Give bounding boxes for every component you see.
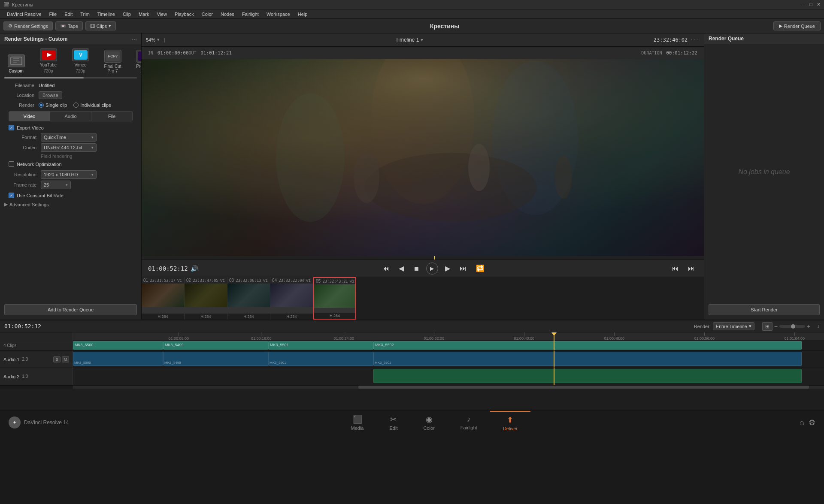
clip-item-1[interactable]: 01 23:31:53:17 V1 H.264	[142, 277, 185, 320]
step-forward-button[interactable]: ▶	[442, 263, 453, 273]
skip-to-end-button[interactable]: ⏭	[457, 264, 469, 273]
video-segment-2: MK3_5499	[163, 341, 268, 350]
render-settings-button[interactable]: ⚙ Render Settings	[3, 21, 53, 30]
clip-item-3[interactable]: 03 23:32:06:13 V1 H.264	[227, 277, 270, 320]
audio-tab[interactable]: Audio	[50, 112, 91, 121]
clip-4-thumb	[270, 284, 313, 314]
scrubber-bar[interactable]	[142, 256, 704, 260]
codec-select[interactable]: DNxHR 444 12-bit ▾	[41, 143, 97, 152]
menu-item-nodes[interactable]: Nodes	[217, 11, 238, 18]
resolution-select[interactable]: 1920 x 1080 HD ▾	[41, 170, 97, 179]
constant-bitrate-row: Use Constant Bit Rate	[9, 193, 137, 198]
custom-label: Custom	[9, 69, 23, 73]
timecode-menu-btn[interactable]: ···	[690, 37, 700, 43]
resolution-label: Resolution	[9, 172, 41, 177]
timeline-dropdown-arrow[interactable]: ▾	[421, 37, 423, 43]
center-area: 54% ▾ | Timeline 1 ▾ 23:32:46:02 ··· IN …	[142, 33, 704, 320]
export-video-checkbox[interactable]	[9, 125, 14, 130]
stop-button[interactable]: ⏹	[411, 264, 422, 273]
home-button[interactable]: ⌂	[800, 418, 804, 427]
menu-item-clip[interactable]: Clip	[119, 11, 134, 18]
menu-bar: DaVinci ResolveFileEditTrimTimelineClipM…	[0, 9, 824, 19]
constant-bitrate-label: Use Constant Bit Rate	[17, 193, 64, 198]
network-opt-checkbox[interactable]	[9, 161, 14, 167]
format-row: Format QuickTime ▾	[9, 133, 137, 142]
loop-button[interactable]: 🔁	[473, 263, 487, 273]
timeline-scrollbar[interactable]	[0, 385, 824, 389]
render-queue-button[interactable]: ▶ Render Queue	[773, 21, 821, 30]
tab-media[interactable]: ⬛ Media	[338, 411, 377, 434]
playback-time-display: 01:00:52:12 🔊	[148, 265, 198, 272]
advanced-settings-row[interactable]: ▶ Advanced Settings	[4, 202, 137, 207]
close-button[interactable]: ✕	[817, 2, 821, 7]
add-to-render-queue-button[interactable]: Add to Render Queue	[4, 304, 137, 315]
zoom-value[interactable]: 54%	[146, 37, 155, 42]
ruler-mark-8: 01:01:04:00	[785, 332, 805, 340]
browse-button[interactable]: Browse	[39, 91, 62, 99]
preset-custom[interactable]: Custom	[4, 54, 28, 73]
menu-item-file[interactable]: File	[46, 11, 61, 18]
clip-item-2[interactable]: 02 23:31:47:05 V1 H.264	[185, 277, 227, 320]
menu-item-trim[interactable]: Trim	[77, 11, 93, 18]
tab-deliver[interactable]: ⬆ Deliver	[490, 411, 530, 435]
play-button[interactable]: ▶	[426, 263, 438, 275]
zoom-thumb[interactable]	[791, 324, 795, 329]
step-back-button[interactable]: ◀	[396, 263, 406, 273]
audio-icon[interactable]: 🔊	[191, 265, 198, 272]
file-tab[interactable]: File	[91, 112, 132, 121]
preset-vimeo[interactable]: V Vimeo 720p	[69, 48, 92, 73]
timeline-render-select[interactable]: Entire Timeline ▾	[713, 322, 754, 330]
menu-item-fairlight[interactable]: Fairlight	[239, 11, 262, 18]
menu-item-help[interactable]: Help	[294, 11, 311, 18]
clips-button[interactable]: 🎞 Clips ▾	[85, 21, 116, 30]
zoom-out-button[interactable]: −	[774, 323, 778, 330]
timeline-ruler: 01:00:08:00 01:00:16:00 01:00:24:00 01:0…	[0, 332, 824, 340]
audio-1-name: Audio 1	[3, 357, 19, 362]
ruler-mark-3: 01:00:24:00	[334, 332, 354, 340]
panel-menu-button[interactable]: ···	[132, 36, 137, 42]
menu-item-playback[interactable]: Playback	[171, 11, 197, 18]
zoom-control: 54% ▾ |	[146, 37, 165, 42]
start-render-button[interactable]: Start Render	[709, 304, 820, 315]
framerate-select[interactable]: 25 ▾	[41, 181, 71, 189]
solo-button[interactable]: S	[53, 356, 60, 362]
preset-finalcut[interactable]: FCP7 Final Cut Pro 7	[101, 50, 124, 73]
menu-item-view[interactable]: View	[153, 11, 170, 18]
zoom-in-button[interactable]: +	[807, 323, 810, 330]
menu-item-edit[interactable]: Edit	[61, 11, 76, 18]
skip-end-alt-button[interactable]: ⏭	[685, 264, 697, 273]
zoom-slider[interactable]	[779, 325, 805, 328]
tab-fairlight[interactable]: ♪ Fairlight	[448, 411, 490, 434]
video-tab[interactable]: Video	[9, 112, 50, 121]
single-clip-radio[interactable]: Single clip	[39, 103, 67, 108]
constant-bitrate-checkbox[interactable]	[9, 193, 14, 198]
menu-item-workspace[interactable]: Workspace	[263, 11, 294, 18]
filename-value[interactable]: Untitled	[39, 83, 55, 88]
preset-premiere[interactable]: Pr Premiere XML	[133, 50, 142, 73]
zoom-grid-button[interactable]: ⊞	[762, 322, 772, 331]
preset-youtube[interactable]: YouTube 720p	[36, 48, 60, 73]
maximize-button[interactable]: □	[809, 2, 812, 7]
mute-button[interactable]: M	[62, 356, 70, 362]
tape-button[interactable]: 📼 Tape	[55, 21, 83, 30]
export-video-label: Export Video	[17, 125, 44, 130]
clip-item-4[interactable]: 04 23:32:22:04 V1 H.264	[270, 277, 313, 320]
menu-item-davinci-resolve[interactable]: DaVinci Resolve	[3, 11, 45, 18]
individual-clips-radio[interactable]: Individual clips	[73, 103, 111, 108]
render-queue-title: Render Queue	[709, 36, 744, 42]
minimize-button[interactable]: —	[800, 2, 805, 7]
format-select[interactable]: QuickTime ▾	[41, 133, 97, 142]
svg-rect-19	[142, 59, 704, 256]
skip-start-alt-button[interactable]: ⏮	[669, 264, 681, 273]
tab-color[interactable]: ◉ Color	[410, 411, 447, 434]
menu-item-timeline[interactable]: Timeline	[94, 11, 118, 18]
menu-item-color[interactable]: Color	[198, 11, 216, 18]
svg-rect-10	[138, 51, 142, 61]
clip-item-5[interactable]: 05 23:32:43:21 V2 H.264	[313, 277, 356, 320]
tab-edit[interactable]: ✂ Edit	[376, 411, 410, 434]
bottom-nav: ✦ DaVinci Resolve 14 ⬛ Media ✂ Edit ◉ Co…	[0, 410, 824, 435]
skip-to-start-button[interactable]: ⏮	[380, 264, 392, 273]
menu-item-mark[interactable]: Mark	[135, 11, 152, 18]
scrollbar-thumb[interactable]	[358, 386, 809, 389]
settings-button[interactable]: ⚙	[809, 418, 815, 427]
